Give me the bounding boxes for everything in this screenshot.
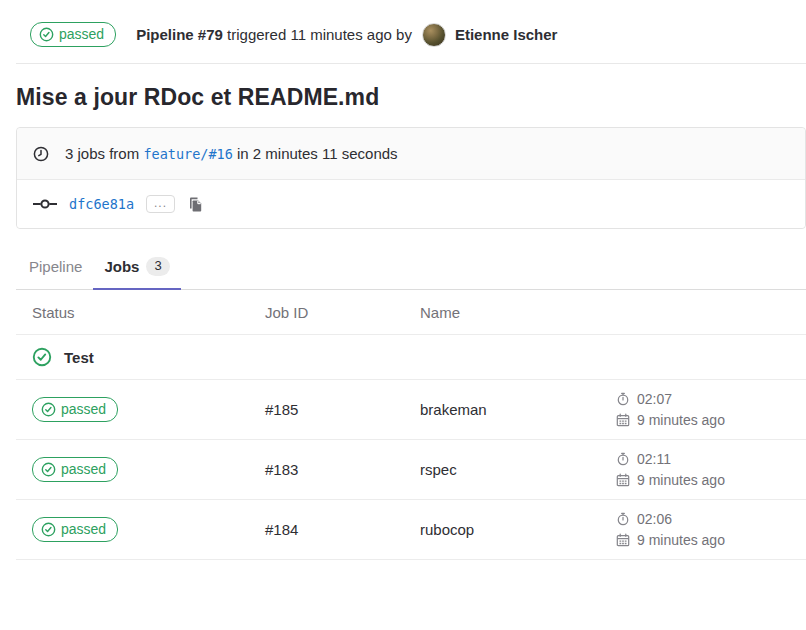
job-status-badge[interactable]: passed — [32, 517, 118, 542]
pipeline-trigger-text: Pipeline #79 triggered 11 minutes ago by — [136, 26, 412, 43]
job-timing: 02:11 9 minutes ago — [616, 441, 806, 499]
status-check-icon — [41, 402, 56, 417]
job-id: #184 — [265, 521, 420, 538]
jobs-duration-text: in 2 minutes 11 seconds — [237, 145, 398, 162]
job-id: #183 — [265, 461, 420, 478]
status-check-icon — [41, 462, 56, 477]
job-row: passed #184 rubocop 02:06 9 minutes ago — [16, 500, 806, 560]
status-check-icon — [41, 522, 56, 537]
commit-icon — [33, 197, 57, 211]
commit-title: Mise a jour RDoc et README.md — [16, 84, 806, 111]
job-timing: 02:07 9 minutes ago — [616, 381, 806, 439]
expand-commit-message-button[interactable]: ... — [146, 195, 175, 213]
job-finished-time: 9 minutes ago — [637, 410, 725, 431]
stage-status-check-icon — [32, 347, 52, 367]
jobs-count-text: 3 jobs from — [65, 145, 139, 162]
pipeline-info-box: 3 jobs from feature/#16 in 2 minutes 11 … — [16, 127, 806, 229]
job-timing: 02:06 9 minutes ago — [616, 501, 806, 559]
column-header-job-id: Job ID — [265, 304, 420, 321]
jobs-count-badge: 3 — [146, 257, 169, 276]
branch-link[interactable]: feature/#16 — [143, 146, 232, 162]
calendar-icon — [616, 473, 630, 487]
jobs-table: Status Job ID Name Test passed #185 brak… — [16, 290, 806, 560]
pipeline-header: passed Pipeline #79 triggered 11 minutes… — [16, 0, 806, 64]
job-duration: 02:06 — [637, 509, 672, 530]
job-status-badge[interactable]: passed — [32, 397, 118, 422]
stage-label: Test — [64, 349, 94, 366]
job-duration: 02:07 — [637, 389, 672, 410]
timer-icon — [616, 512, 630, 526]
user-avatar[interactable] — [422, 23, 446, 47]
triggered-text: triggered 11 minutes ago by — [227, 26, 412, 43]
job-status-badge[interactable]: passed — [32, 457, 118, 482]
pipeline-status-label: passed — [59, 26, 104, 43]
job-duration: 02:11 — [637, 449, 671, 470]
job-name: rubocop — [420, 521, 616, 538]
commit-row: dfc6e81a ... — [17, 180, 805, 228]
copy-sha-button[interactable] — [187, 195, 204, 213]
pipeline-page: passed Pipeline #79 triggered 11 minutes… — [0, 0, 806, 560]
job-finished-time: 9 minutes ago — [637, 530, 725, 551]
calendar-icon — [616, 413, 630, 427]
tab-jobs-label: Jobs — [104, 258, 139, 275]
job-name: brakeman — [420, 401, 616, 418]
column-header-status: Status — [32, 304, 265, 321]
job-id: #185 — [265, 401, 420, 418]
timer-icon — [616, 452, 630, 466]
tab-pipeline[interactable]: Pipeline — [18, 245, 93, 290]
pipeline-tabs: Pipeline Jobs 3 — [16, 245, 806, 290]
job-row: passed #183 rspec 02:11 9 minutes ago — [16, 440, 806, 500]
job-status-label: passed — [61, 521, 106, 538]
job-row: passed #185 brakeman 02:07 9 minutes ago — [16, 380, 806, 440]
job-status-label: passed — [61, 401, 106, 418]
column-header-name: Name — [420, 304, 616, 321]
jobs-summary-text: 3 jobs from feature/#16 in 2 minutes 11 … — [65, 145, 398, 162]
copy-icon — [187, 195, 204, 213]
job-finished-time: 9 minutes ago — [637, 470, 725, 491]
pipeline-status-badge: passed — [30, 22, 116, 47]
timer-icon — [616, 392, 630, 406]
jobs-summary-row: 3 jobs from feature/#16 in 2 minutes 11 … — [17, 128, 805, 180]
tab-jobs[interactable]: Jobs 3 — [93, 245, 180, 290]
tab-pipeline-label: Pipeline — [29, 258, 82, 275]
commit-sha-link[interactable]: dfc6e81a — [69, 196, 134, 212]
user-name-link[interactable]: Etienne Ischer — [455, 26, 558, 43]
stage-row-test: Test — [16, 335, 806, 380]
job-name: rspec — [420, 461, 616, 478]
calendar-icon — [616, 533, 630, 547]
status-check-icon — [39, 27, 54, 42]
pipeline-id: Pipeline #79 — [136, 26, 223, 43]
job-status-label: passed — [61, 461, 106, 478]
clock-icon — [33, 146, 49, 162]
jobs-table-header: Status Job ID Name — [16, 290, 806, 335]
